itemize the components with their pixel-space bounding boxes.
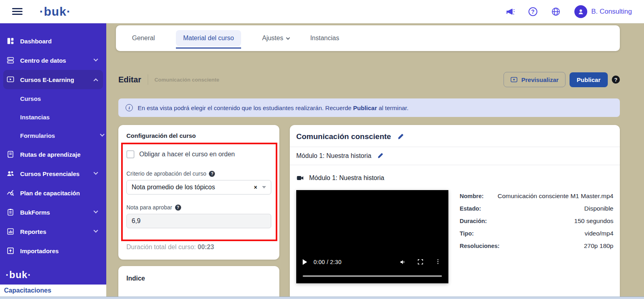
edit-module-title-icon[interactable] (377, 152, 384, 160)
tab-material-del-curso[interactable]: Material del curso (176, 30, 241, 46)
duration-total-label: Duración total del curso: (126, 244, 196, 250)
breadcrumb: Comunicación consciente (155, 77, 219, 83)
sidebar-item-bukforms[interactable]: BukForms (0, 203, 106, 222)
video-time: 0:00 / 2:30 (314, 259, 341, 265)
sidebar-item-plan-de-capacitacion[interactable]: Plan de capacitación (0, 183, 106, 203)
avatar (574, 5, 587, 18)
preview-button[interactable]: Previsualizar (504, 72, 566, 87)
order-checkbox-label: Obligar a hacer el curso en orden (139, 151, 235, 158)
duration-total-value: 00:23 (198, 244, 214, 250)
video-progress-bar[interactable] (303, 275, 442, 277)
reports-icon (6, 227, 14, 236)
video-camera-icon (296, 174, 304, 182)
chevron-down-icon (93, 57, 98, 61)
chevron-down-icon (93, 228, 98, 233)
topic-title: Módulo 1: Nuestra historia (309, 174, 384, 182)
import-icon (6, 247, 14, 255)
megaphone-icon[interactable] (505, 7, 515, 16)
sidebar-item-dashboard[interactable]: Dashboard (0, 31, 106, 51)
video-metadata: Nombre: Comunicación consciente M1 Maste… (460, 190, 613, 255)
chevron-down-icon (100, 132, 104, 137)
tab-instancias[interactable]: Instancias (310, 35, 339, 42)
sidebar: Dashboard Centro de datos Cursos E-Learn… (0, 23, 106, 297)
user-menu[interactable]: B. Consulting (574, 5, 632, 18)
sidebar-item-reportes[interactable]: Reportes (0, 222, 106, 241)
order-checkbox[interactable] (126, 150, 134, 158)
users-icon (6, 170, 14, 178)
index-card-title: Indice (126, 275, 271, 282)
page-title: Editar (118, 75, 141, 84)
dashboard-icon (6, 37, 14, 45)
sidebar-item-cursos-elearning[interactable]: Cursos E-Learning (3, 70, 103, 89)
publish-help-icon[interactable]: ? (612, 76, 620, 84)
globe-icon[interactable] (551, 7, 561, 16)
database-icon (6, 56, 14, 64)
help-icon[interactable]: ? (528, 7, 537, 16)
elearning-icon (6, 76, 14, 84)
chevron-down-icon (93, 170, 98, 175)
publish-button[interactable]: Publicar (570, 72, 608, 87)
fullscreen-icon[interactable] (417, 258, 424, 266)
sidebar-item-centro-de-datos[interactable]: Centro de datos (0, 51, 106, 70)
more-options-icon[interactable] (435, 258, 442, 266)
sidebar-item-cursos-presenciales[interactable]: Cursos Presenciales (0, 164, 106, 183)
buk-logo: ·buk· (39, 5, 71, 18)
course-content-card: Comunicación consciente Módulo 1: Nuestr… (290, 125, 620, 299)
user-name: B. Consulting (591, 8, 632, 16)
grade-help-icon[interactable]: ? (175, 205, 181, 211)
chevron-up-icon (93, 78, 98, 83)
video-player[interactable]: 0:00 / 2:30 (296, 190, 448, 283)
module-title: Módulo 1: Nuestra historia (296, 152, 372, 160)
hamburger-menu-icon[interactable] (12, 6, 23, 16)
main-content: General Material del curso Ajustes Insta… (106, 23, 644, 299)
criteria-select[interactable]: Nota promedio de los tópicos × (126, 180, 271, 195)
app-name-capacitaciones[interactable]: Capacitaciones (0, 285, 106, 297)
tab-ajustes[interactable]: Ajustes (262, 35, 289, 42)
info-alert: i En esta vista podrá elegir el contenid… (118, 98, 620, 117)
top-header: ·buk· ? B. Consulting (0, 0, 644, 23)
title-divider (148, 74, 148, 85)
chevron-down-icon (93, 209, 98, 213)
clipboard-icon (6, 208, 14, 216)
course-config-card: Configuración del curso Obligar a hacer … (118, 125, 279, 260)
criteria-help-icon[interactable]: ? (209, 171, 215, 177)
edit-course-title-icon[interactable] (397, 133, 405, 140)
learning-paths-icon (6, 150, 14, 158)
tab-bar: General Material del curso Ajustes Insta… (116, 25, 620, 51)
config-card-title: Configuración del curso (126, 132, 271, 139)
training-plan-icon (6, 189, 14, 197)
criteria-label: Criterio de aprobación del curso (126, 170, 206, 177)
chevron-down-icon (286, 36, 290, 40)
preview-eye-icon (510, 76, 518, 83)
play-button[interactable] (303, 259, 307, 265)
sidebar-buk-logo: ·buk· (0, 267, 106, 285)
window-bottom-edge (0, 297, 644, 299)
select-caret-icon (262, 186, 266, 188)
sidebar-item-importadores[interactable]: Importadores (0, 241, 106, 260)
sidebar-item-instancias[interactable]: Instancias (0, 108, 106, 126)
course-title: Comunicación consciente (296, 132, 391, 141)
sidebar-item-rutas-de-aprendizaje[interactable]: Rutas de aprendizaje (0, 145, 106, 164)
sidebar-item-formularios[interactable]: Formularios (0, 126, 106, 145)
grade-label: Nota para aprobar (126, 204, 172, 211)
volume-icon[interactable] (399, 258, 407, 266)
sidebar-item-cursos[interactable]: Cursos (0, 89, 106, 108)
info-icon: i (126, 104, 133, 111)
grade-input[interactable] (126, 214, 271, 228)
index-card: Indice (118, 266, 279, 299)
clear-selection-icon[interactable]: × (254, 184, 257, 190)
tab-general[interactable]: General (132, 35, 155, 42)
